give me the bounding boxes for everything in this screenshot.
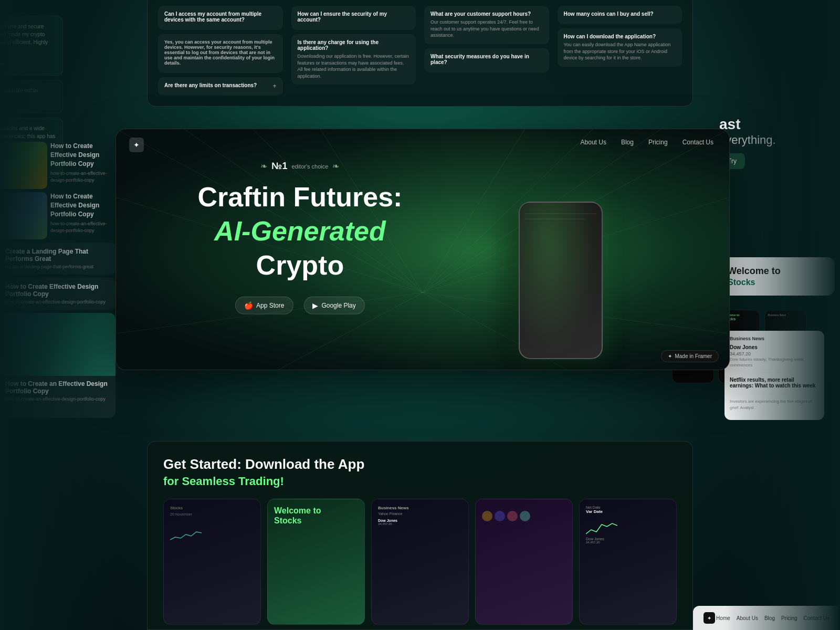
news-value-1: 34,457.20	[730, 351, 819, 356]
ss3-val1: 34,457.20	[378, 522, 462, 526]
faq-q-4: How many coins can I buy and sell?	[564, 11, 676, 17]
footer-links: Home About Us Blog Pricing Contact Us	[716, 615, 830, 621]
blog-thumb-img-2	[0, 192, 47, 239]
screenshot-5-content: Net Date Var Date Dow Jones 34,457.20	[580, 499, 676, 550]
faq-item-8[interactable]: How can I download the application? You …	[558, 28, 682, 67]
badge-number: №1	[271, 161, 287, 172]
faq-q-3: What are your customer support hours?	[430, 11, 543, 17]
app-screenshots-row: Stocks 20 November Welcome to Stocks Bus…	[163, 499, 677, 625]
hero-nav: ✦ About Us Blog Pricing Contact Us	[116, 129, 729, 155]
footer-link-about[interactable]: About Us	[737, 615, 758, 621]
testimonial-text-2: and a variety of available within tradin…	[0, 87, 56, 102]
blog-card-featured[interactable]: How to Create an Effective Design Portfo…	[0, 313, 116, 418]
faq-plus-9: +	[272, 82, 276, 90]
faq-item-1[interactable]: Can I access my account from multiple de…	[158, 6, 283, 30]
ss3-items: Dow Jones 34,457.20	[378, 519, 462, 526]
blog-text-2: How to Create Effective Design Portfolio…	[50, 192, 116, 234]
ss4-icons	[482, 511, 566, 521]
faq-item-4[interactable]: How many coins can I buy and sell?	[558, 6, 682, 24]
framer-icon: ✦	[668, 353, 672, 359]
faq-col-3: What are your customer support hours? Ou…	[424, 6, 549, 96]
stocks-welcome-panel: Welcome to Stocks	[719, 257, 835, 296]
stocks-welcome-text: Welcome to	[728, 266, 826, 277]
download-title-line2: for Seamless Trading!	[163, 475, 677, 488]
ss3-header: Business News	[378, 506, 462, 510]
blog-thumb-img-1	[0, 142, 47, 189]
blog-card-portfolio[interactable]: How to Create Effective Design Portfolio…	[0, 278, 116, 310]
faq-q-1: Can I access my account from multiple de…	[164, 11, 277, 23]
faq-item-5[interactable]: Yes, you can access your account from mu…	[158, 34, 283, 73]
ss5-label: Net Date	[586, 506, 670, 509]
main-hero-card: ✦ About Us Blog Pricing Contact Us ❧ №1 …	[116, 129, 730, 370]
made-in-framer-badge: ✦ Made in Framer	[661, 350, 719, 362]
faq-item-6[interactable]: Is there any charge for using the applic…	[291, 34, 416, 85]
stocks-brand-text: Stocks	[728, 278, 826, 287]
news-panel: Business News Dow Jones 34,457.20 Dow fu…	[724, 331, 824, 420]
laurel-left: ❧	[260, 161, 267, 171]
faq-item-2[interactable]: How can I ensure the security of my acco…	[291, 6, 416, 30]
nav-contact[interactable]: Contact Us	[682, 139, 713, 146]
footer-link-home[interactable]: Home	[716, 615, 730, 621]
download-section: Get Started: Download the App for Seamle…	[147, 441, 693, 630]
blog-card-right-2: How to Create Effective Design Portfolio…	[50, 192, 116, 239]
blog-top-row: How to Create Effective Design Portfolio…	[0, 142, 116, 189]
faq-item-9[interactable]: Are there any limits on transactions? +	[158, 77, 283, 96]
screenshot-4-content	[476, 499, 572, 528]
testimonial-text-1: The app's ease of use and secure transac…	[0, 23, 56, 54]
right-sub-text: everything.	[719, 133, 830, 147]
screenshot-5: Net Date Var Date Dow Jones 34,457.20	[579, 499, 677, 625]
testimonial-card-1: The app's ease of use and secure transac…	[0, 16, 63, 76]
appstore-button[interactable]: 🍎 App Store	[235, 296, 293, 314]
ss5-djval: 34,457.20	[586, 541, 670, 544]
googleplay-button[interactable]: ▶ Google Play	[303, 296, 364, 314]
no1-badge: ❧ №1 editor's choice ❧	[260, 161, 339, 172]
screenshot-1: Stocks 20 November	[163, 499, 261, 625]
ss3-sub: Yahoo Finance	[378, 512, 462, 516]
play-icon: ▶	[312, 301, 318, 309]
hero-title-line1: Craftin Futures:	[116, 182, 545, 212]
hero-title-line3: Crypto	[116, 250, 545, 280]
faq-a-6: Downloading our application is free. How…	[298, 53, 410, 79]
ss1-date: Stocks	[170, 506, 254, 510]
faq-q-7: What security measures do you have in pl…	[430, 54, 543, 65]
ss3-item1: Dow Jones	[378, 519, 462, 522]
right-big-text: ast	[719, 116, 830, 133]
ss5-chart	[586, 519, 670, 537]
nav-pricing[interactable]: Pricing	[648, 139, 668, 146]
screenshot-2: Welcome to Stocks	[267, 499, 365, 625]
faq-item-3[interactable]: What are your customer support hours? Ou…	[424, 6, 549, 44]
screenshot-3: Business News Yahoo Finance Dow Jones 34…	[371, 499, 469, 625]
nav-blog[interactable]: Blog	[621, 139, 634, 146]
blog-text-1: How to Create Effective Design Portfolio…	[50, 142, 116, 184]
screenshot-2-content: Welcome to Stocks	[268, 499, 364, 532]
faq-panel: Can I access my account from multiple de…	[147, 0, 693, 107]
hero-cta-row: 🍎 App Store ▶ Google Play	[116, 296, 545, 314]
faq-col-1: Can I access my account from multiple de…	[158, 6, 283, 96]
ss1-chart	[170, 527, 254, 544]
coin-icon-4	[520, 511, 530, 521]
footer-link-contact[interactable]: Contact Us	[804, 615, 830, 621]
faq-q-5: Yes, you can access your account from mu…	[164, 39, 277, 66]
footer-link-blog[interactable]: Blog	[764, 615, 775, 621]
blog-thumb-1	[0, 142, 47, 189]
faq-a-8: You can easily download the App Name app…	[564, 41, 676, 61]
blog-card-landing[interactable]: Create a Landing Page That Performs Grea…	[0, 243, 116, 275]
blog-cards-panel: How to Create Effective Design Portfolio…	[0, 142, 116, 421]
faq-col-2: How can I ensure the security of my acco…	[291, 6, 416, 96]
screenshot-3-content: Business News Yahoo Finance Dow Jones 34…	[372, 499, 468, 532]
hero-logo: ✦	[129, 138, 144, 152]
ss2-label: Welcome to Stocks	[274, 506, 358, 526]
laurel-right: ❧	[332, 161, 339, 171]
nav-about[interactable]: About Us	[581, 139, 606, 146]
news-item-1: Dow Jones 34,457.20 Dow futures steady; …	[730, 344, 819, 373]
hero-content: ❧ №1 editor's choice ❧ Craftin Futures: …	[116, 161, 545, 314]
faq-col-4: How many coins can I buy and sell? How c…	[558, 6, 682, 96]
faq-item-7[interactable]: What security measures do you have in pl…	[424, 48, 549, 72]
ss1-sub: 20 November	[170, 512, 254, 516]
footer-link-pricing[interactable]: Pricing	[781, 615, 797, 621]
coin-icon-3	[507, 511, 518, 521]
faq-q-8: How can I download the application?	[564, 34, 676, 39]
news-title-1: Dow Jones	[730, 344, 819, 350]
blog-top-row-2: How to Create Effective Design Portfolio…	[0, 192, 116, 239]
coin-icon-1	[482, 511, 492, 521]
